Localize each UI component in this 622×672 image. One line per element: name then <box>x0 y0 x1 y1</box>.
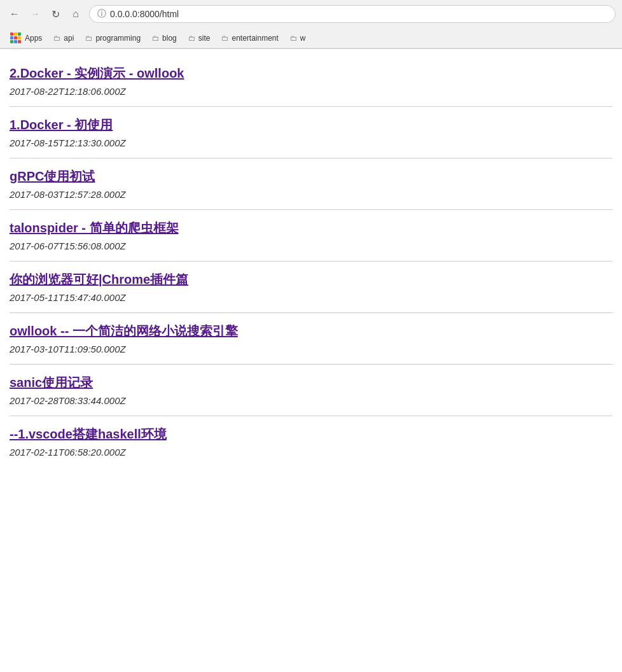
bookmark-w[interactable]: 🗀 w <box>285 32 311 45</box>
browser-toolbar: ← → ↻ ⌂ ⓘ <box>0 0 622 28</box>
post-date: 2017-05-11T15:47:40.000Z <box>10 292 612 303</box>
post-date: 2017-02-28T08:33:44.000Z <box>10 395 612 406</box>
address-bar[interactable]: ⓘ <box>89 5 616 23</box>
url-input[interactable] <box>110 9 607 19</box>
bookmark-label: entertainment <box>232 34 278 43</box>
post-item: --1.vscode搭建haskell环境2017-02-11T06:58:20… <box>10 416 612 467</box>
bookmark-site[interactable]: 🗀 site <box>183 32 216 45</box>
post-date: 2017-08-15T12:13:30.000Z <box>10 137 612 148</box>
nav-buttons: ← → ↻ ⌂ <box>6 6 84 22</box>
back-button[interactable]: ← <box>6 6 23 22</box>
bookmarks-bar: Apps 🗀 api 🗀 programming 🗀 blog 🗀 site 🗀… <box>0 28 622 48</box>
page-content: 2.Docker - 实例演示 - owllook2017-08-22T12:1… <box>0 49 622 473</box>
folder-icon: 🗀 <box>152 34 160 43</box>
info-icon: ⓘ <box>97 8 106 20</box>
bookmark-label: site <box>198 34 211 43</box>
post-date: 2017-08-03T12:57:28.000Z <box>10 189 612 200</box>
forward-button[interactable]: → <box>27 6 43 22</box>
apps-grid-icon <box>10 32 21 43</box>
folder-icon: 🗀 <box>221 34 229 43</box>
post-title-link[interactable]: talonspider - 简单的爬虫框架 <box>10 220 612 237</box>
post-title-link[interactable]: gRPC使用初试 <box>10 168 612 185</box>
reload-button[interactable]: ↻ <box>47 6 64 22</box>
post-item: sanic使用记录2017-02-28T08:33:44.000Z <box>10 365 612 416</box>
post-title-link[interactable]: owllook -- 一个简洁的网络小说搜索引擎 <box>10 323 612 340</box>
post-item: 你的浏览器可好|Chrome插件篇2017-05-11T15:47:40.000… <box>10 262 612 313</box>
folder-icon: 🗀 <box>290 34 298 43</box>
post-title-link[interactable]: 1.Docker - 初使用 <box>10 116 612 134</box>
bookmark-label: programming <box>95 34 141 43</box>
post-item: talonspider - 简单的爬虫框架2017-06-07T15:56:08… <box>10 210 612 262</box>
bookmark-label: api <box>64 34 74 43</box>
post-date: 2017-08-22T12:18:06.000Z <box>10 86 612 97</box>
posts-list: 2.Docker - 实例演示 - owllook2017-08-22T12:1… <box>10 55 612 467</box>
post-item: 2.Docker - 实例演示 - owllook2017-08-22T12:1… <box>10 55 612 107</box>
post-title-link[interactable]: 2.Docker - 实例演示 - owllook <box>10 65 612 82</box>
post-title-link[interactable]: --1.vscode搭建haskell环境 <box>10 426 612 443</box>
bookmark-blog[interactable]: 🗀 blog <box>147 32 182 45</box>
post-title-link[interactable]: 你的浏览器可好|Chrome插件篇 <box>10 271 612 288</box>
browser-chrome: ← → ↻ ⌂ ⓘ Apps � <box>0 0 622 49</box>
home-button[interactable]: ⌂ <box>67 6 84 22</box>
apps-label: Apps <box>25 34 42 43</box>
post-date: 2017-02-11T06:58:20.000Z <box>10 447 612 458</box>
bookmark-entertainment[interactable]: 🗀 entertainment <box>216 32 283 45</box>
bookmark-label: w <box>300 34 306 43</box>
post-item: gRPC使用初试2017-08-03T12:57:28.000Z <box>10 158 612 210</box>
bookmark-api[interactable]: 🗀 api <box>48 32 79 45</box>
post-title-link[interactable]: sanic使用记录 <box>10 374 612 391</box>
folder-icon: 🗀 <box>85 34 93 43</box>
bookmark-label: blog <box>162 34 177 43</box>
post-date: 2017-03-10T11:09:50.000Z <box>10 344 612 354</box>
post-date: 2017-06-07T15:56:08.000Z <box>10 241 612 251</box>
bookmark-programming[interactable]: 🗀 programming <box>80 32 146 45</box>
folder-icon: 🗀 <box>53 34 61 43</box>
folder-icon: 🗀 <box>188 34 196 43</box>
bookmark-apps[interactable]: Apps <box>5 31 47 45</box>
post-item: 1.Docker - 初使用2017-08-15T12:13:30.000Z <box>10 107 612 158</box>
post-item: owllook -- 一个简洁的网络小说搜索引擎2017-03-10T11:09… <box>10 313 612 365</box>
